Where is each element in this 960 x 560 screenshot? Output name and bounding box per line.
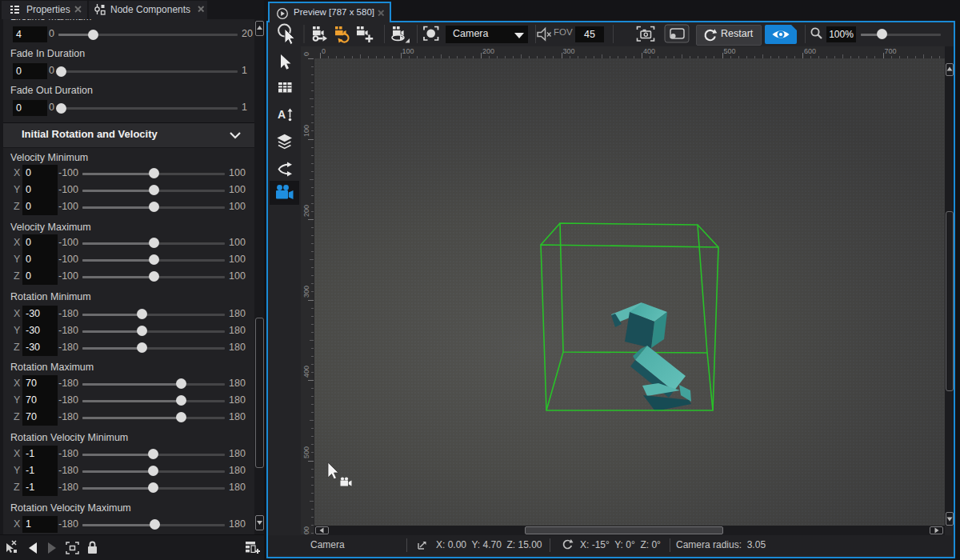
svg-text:A: A — [278, 108, 286, 121]
